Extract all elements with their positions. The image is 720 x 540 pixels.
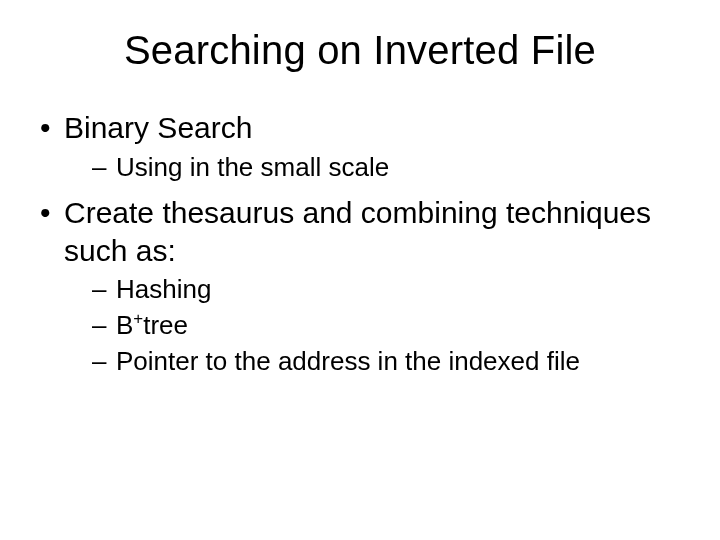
bullet-item: Create thesaurus and combining technique… xyxy=(36,194,684,378)
sub-bullet-sup: + xyxy=(133,309,143,328)
sub-bullet-list: Hashing B+tree Pointer to the address in… xyxy=(64,273,684,378)
sub-bullet-text: Using in the small scale xyxy=(116,152,389,182)
slide: Searching on Inverted File Binary Search… xyxy=(0,0,720,540)
sub-bullet-item: Hashing xyxy=(64,273,684,307)
sub-bullet-text: Pointer to the address in the indexed fi… xyxy=(116,346,580,376)
sub-bullet-item: B+tree xyxy=(64,309,684,343)
sub-bullet-item: Pointer to the address in the indexed fi… xyxy=(64,345,684,379)
sub-bullet-text: Hashing xyxy=(116,274,211,304)
slide-title: Searching on Inverted File xyxy=(36,28,684,73)
sub-bullet-suffix: tree xyxy=(143,310,188,340)
sub-bullet-item: Using in the small scale xyxy=(64,151,684,185)
bullet-text: Binary Search xyxy=(64,111,252,144)
bullet-list: Binary Search Using in the small scale C… xyxy=(36,109,684,379)
bullet-item: Binary Search Using in the small scale xyxy=(36,109,684,184)
sub-bullet-prefix: B xyxy=(116,310,133,340)
bullet-text: Create thesaurus and combining technique… xyxy=(64,196,651,267)
sub-bullet-list: Using in the small scale xyxy=(64,151,684,185)
